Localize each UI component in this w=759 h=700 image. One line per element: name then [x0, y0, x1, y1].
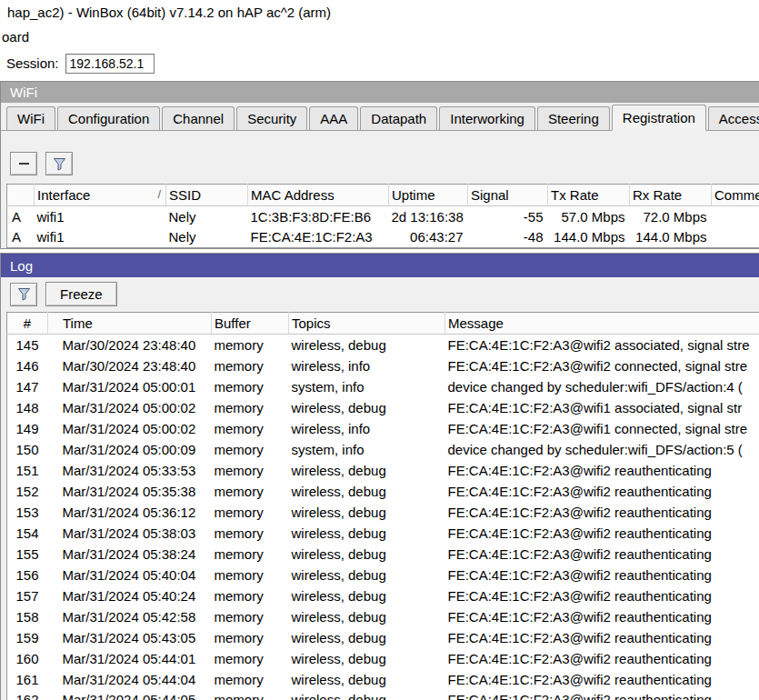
col-uptime[interactable]: Uptime [389, 185, 468, 206]
table-row[interactable]: 160Mar/31/2024 05:44:01memorywireless, d… [7, 648, 759, 669]
table-row[interactable]: 156Mar/31/2024 05:40:04memorywireless, d… [7, 565, 759, 585]
table-row[interactable]: 152Mar/31/2024 05:35:38memorywireless, d… [7, 481, 759, 502]
cell-interface: wifi1 [35, 227, 166, 248]
log-filter-button[interactable] [10, 283, 37, 306]
session-input[interactable] [65, 54, 155, 74]
cell-num: 149 [7, 418, 48, 439]
menu-item-dashboard[interactable]: oard [2, 29, 29, 45]
session-bar: Session: [0, 48, 759, 78]
cell-num: 154 [7, 523, 48, 544]
cell-message: FE:CA:4E:1C:F2:A3@wifi2 reauthenticating [445, 502, 759, 523]
cell-num: 146 [7, 355, 48, 376]
tab-interworking[interactable]: Interworking [439, 106, 535, 130]
cell-uptime: 2d 13:16:38 [389, 206, 468, 227]
cell-num: 160 [7, 648, 48, 669]
col-topics[interactable]: Topics [289, 313, 445, 335]
tab-datapath[interactable]: Datapath [360, 106, 437, 130]
table-row[interactable]: 147Mar/31/2024 05:00:01memorysystem, inf… [7, 376, 759, 397]
minus-icon [19, 163, 29, 165]
wifi-toolbar [1, 152, 759, 175]
col-buffer[interactable]: Buffer [212, 313, 289, 335]
table-row[interactable]: 146Mar/30/2024 23:48:40memorywireless, i… [7, 355, 759, 376]
filter-button[interactable] [45, 152, 73, 175]
log-window: Log Freeze # Time [0, 253, 759, 700]
table-row[interactable]: 158Mar/31/2024 05:42:58memorywireless, d… [7, 606, 759, 627]
cell-num: 148 [7, 397, 48, 418]
col-signal[interactable]: Signal [468, 185, 548, 206]
cell-comment [712, 206, 759, 227]
col-time[interactable]: Time [48, 313, 212, 335]
menubar: oard [0, 25, 759, 48]
cell-topics: wireless, debug [289, 544, 445, 565]
table-row[interactable]: 148Mar/31/2024 05:00:02memorywireless, d… [7, 397, 759, 418]
table-row[interactable]: 150Mar/31/2024 05:00:09memorysystem, inf… [7, 439, 759, 460]
wifi-window-title: WiFi [10, 85, 37, 100]
cell-comment [712, 227, 759, 248]
col-number[interactable]: # [7, 313, 48, 335]
wifi-window-titlebar[interactable]: WiFi [1, 82, 759, 103]
tab-access-list[interactable]: Access List [708, 106, 759, 130]
cell-ssid: Nely [166, 227, 248, 248]
registration-rows: Awifi1Nely1C:3B:F3:8D:FE:B62d 13:16:38-5… [7, 206, 759, 248]
cell-time: Mar/31/2024 05:00:02 [48, 418, 212, 439]
app-title: hap_ac2) - WinBox (64bit) v7.14.2 on hAP… [7, 5, 331, 20]
tab-steering[interactable]: Steering [537, 106, 610, 130]
cell-buffer: memory [212, 690, 289, 700]
cell-num: 156 [7, 565, 48, 585]
table-row[interactable]: Awifi1Nely1C:3B:F3:8D:FE:B62d 13:16:38-5… [7, 206, 759, 227]
col-interface[interactable]: Interface / [35, 185, 166, 206]
log-header-row: # Time Buffer Topics Message [7, 313, 759, 335]
table-row[interactable]: 159Mar/31/2024 05:43:05memorywireless, d… [7, 627, 759, 648]
cell-buffer: memory [212, 606, 289, 627]
remove-button[interactable] [10, 152, 37, 175]
col-rx-rate[interactable]: Rx Rate [630, 185, 712, 206]
cell-buffer: memory [212, 355, 289, 376]
tab-wifi[interactable]: WiFi [6, 106, 55, 130]
cell-message: device changed by scheduler:wifi_DFS/act… [445, 439, 759, 460]
table-row[interactable]: 149Mar/31/2024 05:00:02memorywireless, i… [7, 418, 759, 439]
col-ssid[interactable]: SSID [166, 185, 248, 206]
tab-security[interactable]: Security [236, 106, 307, 130]
col-message[interactable]: Message [445, 313, 759, 335]
cell-buffer: memory [212, 565, 289, 585]
cell-buffer: memory [212, 397, 289, 418]
table-row[interactable]: Awifi1NelyFE:CA:4E:1C:F2:A306:43:27-4814… [7, 227, 759, 248]
tab-channel[interactable]: Channel [162, 106, 235, 130]
cell-topics: wireless, debug [289, 523, 445, 544]
table-row[interactable]: 145Mar/30/2024 23:48:40memorywireless, d… [7, 335, 759, 355]
cell-topics: wireless, debug [289, 335, 445, 355]
app-titlebar[interactable]: hap_ac2) - WinBox (64bit) v7.14.2 on hAP… [0, 0, 759, 25]
cell-num: 155 [7, 544, 48, 565]
log-toolbar: Freeze [1, 282, 759, 306]
table-row[interactable]: 155Mar/31/2024 05:38:24memorywireless, d… [7, 544, 759, 565]
cell-message: FE:CA:4E:1C:F2:A3@wifi2 reauthenticating [445, 460, 759, 481]
sort-asc-indicator: / [157, 187, 161, 201]
col-mac-address[interactable]: MAC Address [248, 185, 389, 206]
freeze-button[interactable]: Freeze [45, 282, 117, 306]
table-row[interactable]: 162Mar/31/2024 05:44:05memorywireless, d… [7, 690, 759, 700]
col-flags[interactable] [7, 185, 35, 206]
cell-message: FE:CA:4E:1C:F2:A3@wifi1 associated, sign… [445, 397, 759, 418]
cell-buffer: memory [212, 585, 289, 606]
tab-configuration[interactable]: Configuration [57, 106, 160, 130]
cell-tx-rate: 144.0 Mbps [548, 227, 630, 248]
table-row[interactable]: 154Mar/31/2024 05:38:03memorywireless, d… [7, 523, 759, 544]
cell-topics: wireless, debug [289, 690, 445, 700]
col-comment[interactable]: Comment [712, 185, 759, 206]
table-row[interactable]: 151Mar/31/2024 05:33:53memorywireless, d… [7, 460, 759, 481]
tab-registration[interactable]: Registration [612, 105, 706, 131]
cell-time: Mar/30/2024 23:48:40 [48, 335, 212, 355]
cell-time: Mar/31/2024 05:00:02 [48, 397, 212, 418]
cell-time: Mar/31/2024 05:40:24 [48, 585, 212, 606]
table-row[interactable]: 161Mar/31/2024 05:44:04memorywireless, d… [7, 669, 759, 690]
cell-topics: wireless, debug [289, 648, 445, 669]
cell-mac: 1C:3B:F3:8D:FE:B6 [248, 206, 389, 227]
log-window-titlebar[interactable]: Log [1, 254, 759, 277]
table-row[interactable]: 157Mar/31/2024 05:40:24memorywireless, d… [7, 585, 759, 606]
cell-time: Mar/31/2024 05:35:38 [48, 481, 212, 502]
cell-buffer: memory [212, 669, 289, 690]
tab-aaa[interactable]: AAA [309, 106, 358, 130]
table-row[interactable]: 153Mar/31/2024 05:36:12memorywireless, d… [7, 502, 759, 523]
cell-topics: wireless, debug [289, 481, 445, 502]
col-tx-rate[interactable]: Tx Rate [548, 185, 630, 206]
